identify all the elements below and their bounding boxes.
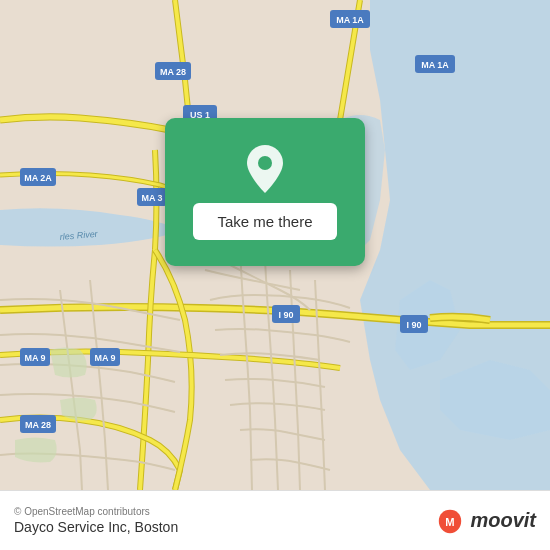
svg-text:MA 28: MA 28 <box>160 67 186 77</box>
svg-point-24 <box>258 156 272 170</box>
location-card: Take me there <box>165 118 365 266</box>
svg-text:MA 9: MA 9 <box>94 353 115 363</box>
bottom-info: © OpenStreetMap contributors Dayco Servi… <box>14 506 178 535</box>
moovit-icon: M <box>436 507 464 535</box>
moovit-logo[interactable]: M moovit <box>436 507 536 535</box>
bottom-bar: © OpenStreetMap contributors Dayco Servi… <box>0 490 550 550</box>
svg-text:MA 1A: MA 1A <box>336 15 364 25</box>
svg-text:I 90: I 90 <box>278 310 293 320</box>
svg-text:MA 3: MA 3 <box>141 193 162 203</box>
location-pin-icon <box>241 145 289 193</box>
location-label: Dayco Service Inc, Boston <box>14 519 178 535</box>
map-container: MA 1A MA 1A MA 28 US 1 MA 3 MA 2A I 90 I… <box>0 0 550 490</box>
svg-text:MA 2A: MA 2A <box>24 173 52 183</box>
svg-text:M: M <box>446 515 455 527</box>
svg-text:MA 9: MA 9 <box>24 353 45 363</box>
svg-text:I 90: I 90 <box>406 320 421 330</box>
svg-text:MA 28: MA 28 <box>25 420 51 430</box>
copyright-text: © OpenStreetMap contributors <box>14 506 178 517</box>
svg-text:MA 1A: MA 1A <box>421 60 449 70</box>
take-me-there-button[interactable]: Take me there <box>193 203 336 240</box>
moovit-text: moovit <box>470 509 536 532</box>
